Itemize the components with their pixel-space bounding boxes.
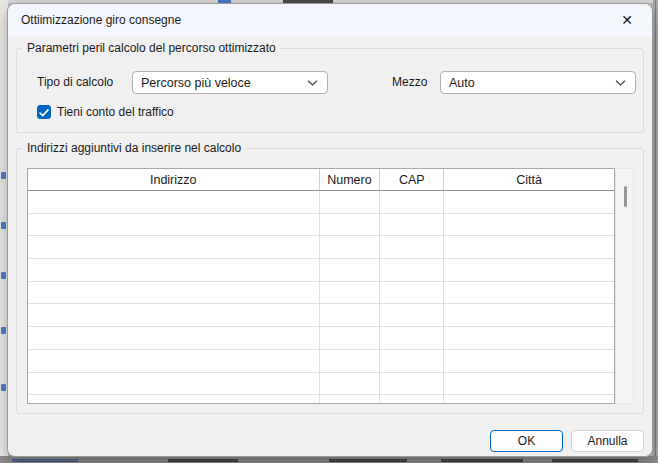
table-cell[interactable] bbox=[443, 350, 614, 372]
table-cell[interactable] bbox=[319, 327, 380, 349]
addresses-group-label: Indirizzi aggiuntivi da inserire nel cal… bbox=[23, 141, 245, 155]
vehicle-dropdown[interactable]: Auto bbox=[440, 71, 636, 94]
table-row[interactable] bbox=[28, 350, 614, 373]
table-row[interactable] bbox=[28, 304, 614, 327]
table-cell[interactable] bbox=[443, 259, 614, 281]
table-cell[interactable] bbox=[443, 191, 614, 213]
background-icon-fragment bbox=[1, 222, 6, 229]
table-cell[interactable] bbox=[443, 214, 614, 236]
calc-type-label: Tipo di calcolo bbox=[37, 75, 113, 89]
table-cell[interactable] bbox=[379, 259, 443, 281]
close-button[interactable]: ✕ bbox=[608, 4, 646, 36]
addresses-groupbox: Indirizzi aggiuntivi da inserire nel cal… bbox=[16, 148, 644, 414]
table-cell[interactable] bbox=[379, 282, 443, 304]
table-row[interactable] bbox=[28, 214, 614, 237]
table-cell[interactable] bbox=[379, 350, 443, 372]
background-icon-fragment bbox=[1, 384, 6, 391]
table-cell[interactable] bbox=[28, 350, 319, 372]
column-header-numero[interactable]: Numero bbox=[319, 169, 380, 190]
background-bottom-strip bbox=[0, 456, 658, 463]
table-row[interactable] bbox=[28, 259, 614, 282]
table-cell[interactable] bbox=[28, 373, 319, 395]
params-groupbox: Parametri peril calcolo del percorso ott… bbox=[16, 48, 644, 133]
traffic-checkbox-label: Tieni conto del traffico bbox=[57, 105, 174, 119]
titlebar[interactable]: Ottiimizzazione giro consegne ✕ bbox=[8, 4, 652, 36]
table-cell[interactable] bbox=[28, 327, 319, 349]
table-header-row: IndirizzoNumeroCAPCittà bbox=[28, 169, 614, 191]
background-text-fragment bbox=[552, 459, 638, 462]
close-icon: ✕ bbox=[621, 13, 633, 27]
table-row[interactable] bbox=[28, 395, 614, 404]
check-icon bbox=[39, 103, 49, 121]
table-cell[interactable] bbox=[379, 214, 443, 236]
background-icon-fragment bbox=[1, 272, 6, 279]
table-cell[interactable] bbox=[28, 304, 319, 326]
cancel-button[interactable]: Annulla bbox=[571, 430, 644, 452]
column-header-indirizzo[interactable]: Indirizzo bbox=[28, 169, 319, 190]
table-cell[interactable] bbox=[443, 373, 614, 395]
table-cell[interactable] bbox=[28, 395, 319, 404]
table-cell[interactable] bbox=[443, 395, 614, 404]
table-cell[interactable] bbox=[379, 236, 443, 258]
table-cell[interactable] bbox=[443, 236, 614, 258]
table-cell[interactable] bbox=[319, 395, 380, 404]
table-row[interactable] bbox=[28, 191, 614, 214]
table-cell[interactable] bbox=[319, 373, 380, 395]
table-cell[interactable] bbox=[443, 327, 614, 349]
traffic-checkbox-row[interactable]: Tieni conto del traffico bbox=[37, 105, 174, 119]
table-row[interactable] bbox=[28, 236, 614, 259]
vertical-scrollbar[interactable] bbox=[615, 168, 634, 404]
table-cell[interactable] bbox=[379, 395, 443, 404]
vehicle-value: Auto bbox=[449, 76, 475, 90]
table-cell[interactable] bbox=[319, 304, 380, 326]
table-row[interactable] bbox=[28, 327, 614, 350]
table-cell[interactable] bbox=[443, 282, 614, 304]
table-cell[interactable] bbox=[319, 214, 380, 236]
params-group-label: Parametri peril calcolo del percorso ott… bbox=[23, 41, 280, 55]
table-cell[interactable] bbox=[379, 327, 443, 349]
column-header-cap[interactable]: CAP bbox=[379, 169, 443, 190]
table-cell[interactable] bbox=[319, 282, 380, 304]
table-cell[interactable] bbox=[319, 259, 380, 281]
table-cell[interactable] bbox=[379, 304, 443, 326]
vehicle-label: Mezzo bbox=[392, 75, 427, 89]
dialog-title: Ottiimizzazione giro consegne bbox=[21, 13, 181, 27]
table-cell[interactable] bbox=[443, 304, 614, 326]
background-icon-fragment bbox=[1, 327, 6, 334]
background-text-fragment bbox=[168, 459, 238, 462]
table-cell[interactable] bbox=[28, 191, 319, 213]
table-row[interactable] bbox=[28, 373, 614, 396]
table-cell[interactable] bbox=[28, 282, 319, 304]
table-cell[interactable] bbox=[379, 373, 443, 395]
scrollbar-thumb[interactable] bbox=[624, 186, 627, 207]
background-window-edge bbox=[655, 0, 656, 463]
table-cell[interactable] bbox=[319, 350, 380, 372]
column-header-citta[interactable]: Città bbox=[443, 169, 614, 190]
chevron-down-icon bbox=[307, 80, 318, 86]
chevron-down-icon bbox=[615, 80, 626, 86]
table-row[interactable] bbox=[28, 282, 614, 305]
delivery-optimization-dialog: Ottiimizzazione giro consegne ✕ Parametr… bbox=[7, 3, 653, 457]
traffic-checkbox[interactable] bbox=[37, 105, 51, 119]
table-cell[interactable] bbox=[28, 214, 319, 236]
table-body bbox=[28, 191, 614, 404]
addresses-table: IndirizzoNumeroCAPCittà bbox=[27, 168, 615, 404]
background-text-fragment bbox=[329, 459, 407, 462]
background-right-sliver bbox=[653, 0, 658, 463]
background-text-fragment bbox=[12, 459, 78, 462]
table-cell[interactable] bbox=[319, 191, 380, 213]
background-icon-fragment bbox=[1, 172, 6, 179]
table-cell[interactable] bbox=[319, 236, 380, 258]
calc-type-dropdown[interactable]: Percorso più veloce bbox=[132, 71, 328, 94]
ok-button[interactable]: OK bbox=[490, 430, 563, 452]
calc-type-value: Percorso più veloce bbox=[141, 76, 251, 90]
table-cell[interactable] bbox=[28, 236, 319, 258]
table-cell[interactable] bbox=[379, 191, 443, 213]
background-text-fragment bbox=[441, 459, 523, 462]
table-cell[interactable] bbox=[28, 259, 319, 281]
